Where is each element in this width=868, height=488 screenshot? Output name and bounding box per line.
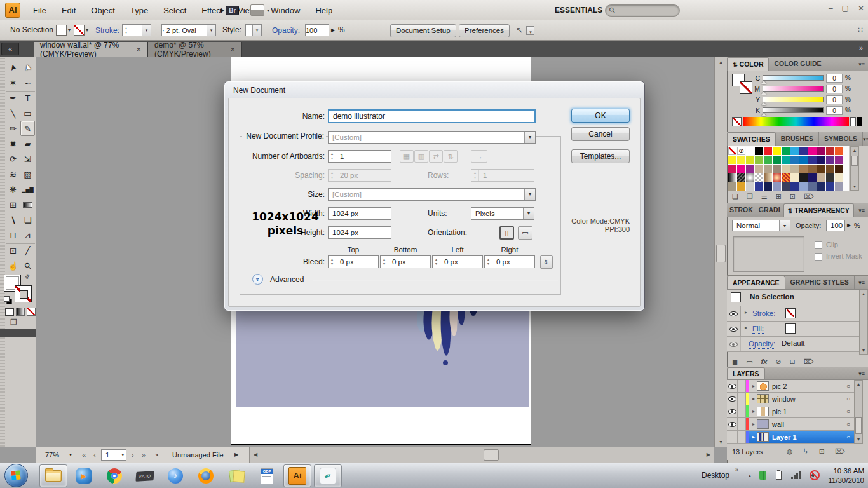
layer-thumbnail[interactable] — [757, 381, 769, 391]
slider-marker[interactable] — [761, 102, 766, 105]
invert-mask-checkbox[interactable] — [815, 253, 822, 261]
swatch-46[interactable] — [790, 173, 799, 182]
stroke-none-swatch[interactable] — [785, 308, 796, 318]
panel-menu-icon[interactable]: ▾≡ — [858, 368, 868, 379]
channel-slider[interactable] — [763, 97, 824, 102]
swatch-42[interactable] — [755, 173, 763, 182]
horizontal-scroll-thumb[interactable] — [484, 449, 499, 461]
network-tray-icon[interactable] — [759, 471, 766, 480]
maximize-button[interactable]: ▢ — [842, 4, 849, 13]
swatch-2[interactable] — [746, 147, 754, 155]
menu-select[interactable]: Select — [156, 6, 194, 15]
stroke-weight-stepper[interactable]: ▴▾ — [123, 25, 130, 36]
orientation-portrait-button[interactable]: ▯ — [499, 226, 514, 240]
scroll-right-icon[interactable]: ▶ — [707, 447, 710, 463]
disclosure-icon[interactable]: ▸ — [752, 383, 755, 389]
slider-marker[interactable] — [761, 92, 766, 95]
scroll-up-icon[interactable]: ▴ — [715, 57, 727, 67]
stroke-weight-combobox[interactable]: ▴▾ ▾ — [122, 24, 151, 36]
swatch-38[interactable] — [835, 165, 843, 173]
opacity-input[interactable]: 100 — [826, 220, 845, 231]
panel-menu-icon[interactable]: ▾≡ — [858, 276, 868, 289]
swatch-25[interactable] — [835, 156, 843, 164]
eye-icon[interactable] — [729, 311, 738, 316]
swatch-12[interactable] — [835, 147, 843, 155]
layer-thumbnail[interactable] — [757, 394, 769, 403]
appearance-scrollbar[interactable]: ▴ ▾ — [859, 290, 868, 355]
tab-transparency[interactable]: ⇅TRANSPARENCY — [783, 203, 854, 217]
scale-tool[interactable]: ⇲ — [20, 151, 35, 166]
swatch-18[interactable] — [773, 156, 781, 164]
bleed-top-spinner[interactable]: ▴▾0 px — [328, 255, 379, 268]
swatch-40[interactable] — [737, 173, 745, 182]
layer-thumbnail[interactable] — [757, 432, 769, 442]
swatch-27[interactable] — [737, 165, 745, 173]
swatch-17[interactable] — [764, 156, 772, 164]
delete-item-icon[interactable]: ⌦ — [804, 358, 814, 366]
lock-cell[interactable] — [738, 393, 746, 405]
appearance-row-opacity[interactable]: Opacity: Default — [727, 337, 859, 352]
artboards-stepper[interactable]: ▴▾ — [329, 151, 336, 162]
swatch-48[interactable] — [808, 173, 817, 182]
swatch-7[interactable] — [790, 147, 799, 155]
swatch-19[interactable] — [782, 156, 790, 164]
target-circle-icon[interactable]: ○ — [846, 421, 850, 428]
artboards-spinner[interactable]: ▴▾ 1 — [328, 150, 391, 163]
last-artboard-icon[interactable]: » — [142, 447, 146, 463]
color-spectrum[interactable] — [732, 117, 863, 126]
fill-stroke-mini-indicator[interactable] — [732, 74, 755, 97]
blend-tool[interactable]: ❏ — [20, 212, 35, 227]
width-tool[interactable]: ≋ — [6, 166, 20, 182]
swatch-10[interactable] — [817, 147, 825, 155]
new-swatch-icon[interactable]: ⊡ — [790, 193, 796, 201]
channel-slider[interactable] — [763, 86, 824, 92]
delete-layer-icon[interactable]: ⌦ — [835, 447, 845, 456]
toolbar-chevron-icon[interactable]: » — [735, 466, 738, 473]
magic-wand-tool[interactable]: ✶ — [6, 75, 20, 90]
chevron-down-icon[interactable]: ▾ — [524, 132, 535, 143]
hand-tool[interactable]: ☝ — [6, 258, 20, 273]
swatch-55[interactable] — [755, 182, 763, 191]
pencil-tool[interactable]: ✎ — [20, 121, 35, 136]
layer-main[interactable]: ▸wall○ — [749, 418, 854, 430]
search-input[interactable]: ⚲ — [605, 4, 680, 17]
taskbar-firefox-button[interactable] — [192, 464, 220, 487]
live-paint-selection-tool[interactable]: ⊿ — [20, 227, 35, 243]
swatch-54[interactable] — [746, 182, 754, 191]
tools-panel-grip[interactable] — [0, 57, 5, 447]
swatch-29[interactable] — [755, 165, 763, 173]
fill-link[interactable]: Fill: — [752, 324, 764, 334]
panel-menu-icon[interactable]: ▾≡ — [863, 133, 868, 146]
close-tab-icon[interactable]: ✕ — [230, 46, 235, 53]
panel-menu-icon[interactable]: ▾≡ — [858, 58, 868, 71]
scroll-thumb[interactable] — [851, 156, 858, 166]
swap-fill-stroke-icon[interactable]: ⇄ — [24, 273, 31, 280]
orientation-landscape-button[interactable]: ▭ — [518, 226, 532, 240]
minimize-button[interactable]: – — [829, 4, 833, 13]
swatch-0[interactable] — [728, 147, 736, 155]
appearance-row-stroke[interactable]: ▸ Stroke: — [727, 306, 859, 322]
tab-layers[interactable]: LAYERS — [727, 367, 765, 379]
tab-appearance[interactable]: APPEARANCE — [727, 276, 785, 289]
visibility-cell[interactable] — [727, 337, 741, 352]
status-menu-icon[interactable]: ▶ — [234, 447, 238, 463]
taskbar-media-player-button[interactable]: ▶ — [70, 464, 98, 487]
disclosure-icon[interactable]: ▸ — [752, 434, 755, 440]
chevron-down-icon[interactable]: ▾ — [523, 208, 534, 219]
swatch-4[interactable] — [764, 147, 772, 155]
swatch-3[interactable] — [755, 147, 763, 155]
eye-icon[interactable] — [729, 327, 738, 332]
lock-cell[interactable] — [738, 431, 746, 443]
default-fill-stroke-icon[interactable] — [4, 296, 11, 304]
new-layer-icon[interactable]: ⊡ — [819, 447, 825, 456]
swatch-64[interactable] — [835, 182, 843, 191]
black-swatch[interactable] — [857, 117, 862, 126]
gradient-mode-button[interactable] — [16, 308, 25, 316]
cancel-button[interactable]: Cancel — [571, 127, 630, 141]
eraser-tool[interactable]: ▰ — [20, 136, 35, 151]
stroke-swatch[interactable] — [740, 81, 752, 94]
document-tab-inactive[interactable]: demo* @ 57% (CMYK/Preview) ✕ — [148, 42, 242, 57]
taskbar-explorer-button[interactable] — [39, 464, 67, 487]
swatch-41[interactable] — [746, 173, 754, 182]
paintbrush-tool[interactable]: ✏ — [6, 121, 20, 136]
